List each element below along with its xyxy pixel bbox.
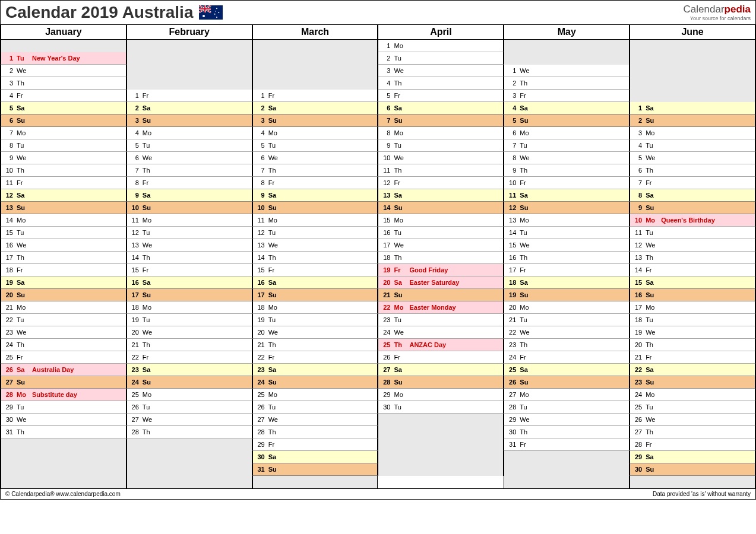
day-number: 26 (129, 403, 139, 411)
day-of-week: We (17, 329, 29, 336)
day-of-week: Mo (646, 217, 657, 224)
day-cell: 2Su (630, 115, 755, 127)
month-header: March (252, 24, 378, 40)
day-of-week: Su (268, 291, 280, 298)
day-number: 18 (632, 316, 642, 323)
day-cell: 3Th (1, 77, 126, 90)
day-number: 21 (632, 354, 642, 361)
day-of-week: Tu (646, 229, 657, 236)
day-cell: 10Su (126, 202, 252, 214)
day-cell: 27Mo (504, 389, 630, 401)
day-number: 11 (507, 192, 516, 199)
day-number: 25 (632, 403, 642, 411)
day-cell: 18Th (378, 252, 504, 264)
day-cell: 27Th (630, 426, 755, 438)
day-number: 13 (381, 192, 390, 199)
day-cell: 18Sa (504, 276, 630, 289)
day-cell: 13We (126, 239, 252, 252)
day-of-week: Fr (143, 92, 154, 99)
day-of-week: Th (394, 167, 406, 174)
day-number: 16 (255, 279, 265, 286)
day-number: 21 (255, 341, 265, 348)
day-of-week: Th (143, 254, 154, 261)
day-cell: 22MoEaster Monday (378, 301, 504, 314)
day-cell: 16Sa (252, 276, 378, 289)
day-of-week: Tu (17, 316, 29, 323)
day-cell: 17Su (126, 289, 252, 301)
day-cell: 14Th (126, 252, 252, 264)
day-event: Queen's Birthday (661, 217, 715, 224)
day-cell: 27We (252, 414, 378, 426)
day-number: 1 (129, 92, 139, 99)
day-of-week: Mo (143, 129, 154, 136)
day-cell: 8Mo (378, 127, 504, 139)
day-number: 9 (507, 167, 516, 174)
day-number: 18 (381, 254, 390, 261)
day-number: 8 (381, 129, 390, 136)
day-cell: 1Fr (252, 90, 378, 102)
day-number: 17 (507, 266, 516, 274)
day-cell: 12Tu (252, 227, 378, 239)
day-cell: 17Mo (630, 301, 755, 314)
day-number: 1 (381, 42, 390, 49)
day-of-week: Fr (646, 266, 657, 274)
day-number: 6 (632, 167, 642, 174)
day-number: 15 (632, 279, 642, 286)
day-number: 24 (129, 379, 139, 386)
day-number: 1 (632, 104, 642, 112)
month-header: June (630, 24, 755, 40)
day-cell: 8Fr (126, 177, 252, 189)
day-number: 12 (4, 192, 13, 199)
day-number: 20 (129, 329, 139, 336)
day-number: 26 (255, 403, 265, 411)
day-of-week: Tu (17, 229, 29, 236)
day-number: 7 (129, 167, 139, 174)
day-number: 24 (4, 341, 13, 348)
day-number: 19 (129, 316, 139, 323)
day-of-week: Tu (646, 142, 657, 149)
day-cell: 12Su (504, 202, 630, 214)
day-cell (504, 52, 630, 65)
day-number: 4 (507, 104, 516, 112)
day-of-week: Th (17, 80, 29, 87)
day-of-week: Fr (268, 441, 280, 448)
day-cell: 17We (378, 239, 504, 252)
day-number: 7 (507, 142, 516, 149)
day-number: 14 (632, 266, 642, 274)
day-of-week: Mo (394, 42, 406, 49)
day-cell (630, 40, 755, 52)
day-cell: 21Fr (630, 351, 755, 364)
day-cell (126, 40, 252, 52)
day-of-week: We (17, 416, 29, 423)
day-cell: 14Su (378, 202, 504, 214)
day-event: Substitute day (32, 391, 77, 398)
day-of-week: Sa (143, 104, 154, 112)
day-cell: 10We (378, 152, 504, 164)
day-cell: 9Sa (126, 189, 252, 202)
day-cell: 13Mo (504, 214, 630, 227)
day-of-week: Sa (520, 192, 532, 199)
day-number: 15 (255, 266, 265, 274)
day-number: 13 (4, 204, 13, 211)
day-of-week: Sa (646, 453, 657, 460)
day-cell: 20We (252, 326, 378, 339)
day-number: 28 (4, 391, 13, 398)
day-cell: 1TuNew Year's Day (1, 52, 126, 65)
day-of-week: Sa (520, 366, 532, 373)
day-number: 25 (255, 391, 265, 398)
day-of-week: Su (143, 117, 154, 124)
day-of-week: We (394, 67, 406, 74)
day-number: 22 (4, 316, 13, 323)
day-cell: 5We (630, 152, 755, 164)
day-number: 29 (255, 441, 265, 448)
day-cell: 16Sa (126, 276, 252, 289)
day-number: 21 (129, 341, 139, 348)
day-cell: 11Th (378, 164, 504, 177)
day-number: 6 (507, 129, 516, 136)
day-number: 16 (507, 254, 516, 261)
day-of-week: We (394, 241, 406, 249)
day-cell: 6Su (1, 115, 126, 127)
day-of-week: Tu (268, 316, 280, 323)
day-of-week: Th (268, 341, 280, 348)
day-cell: 24Su (126, 376, 252, 389)
